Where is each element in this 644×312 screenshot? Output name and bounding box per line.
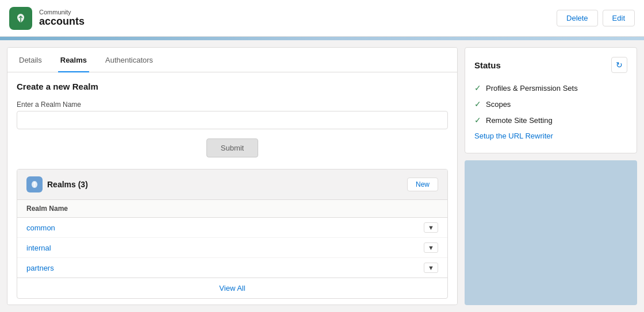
delete-button[interactable]: Delete — [557, 10, 598, 26]
status-item-label: Profiles & Persmission Sets — [486, 84, 578, 93]
realm-name-cell: partners — [17, 258, 296, 278]
realm-dropdown-cell: ▼ — [296, 258, 447, 278]
realm-name-input[interactable] — [17, 111, 448, 129]
refresh-icon: ↻ — [616, 60, 623, 70]
realms-card-header: Realms (3) New — [17, 170, 447, 200]
table-row: common ▼ — [17, 218, 447, 238]
realm-dropdown-button[interactable]: ▼ — [424, 242, 438, 253]
table-row: internal ▼ — [17, 238, 447, 258]
tab-details[interactable]: Details — [17, 48, 44, 72]
realm-dropdown-button[interactable]: ▼ — [424, 263, 438, 273]
realm-name-cell: common — [17, 218, 296, 238]
status-title: Status — [474, 60, 501, 70]
status-item: ✓ Scopes — [474, 96, 627, 112]
realm-name-label: Enter a Realm Name — [17, 101, 448, 109]
status-card-header: Status ↻ — [474, 57, 627, 73]
submit-row: Submit — [17, 138, 448, 157]
right-panel-bottom-area — [465, 160, 637, 305]
check-icon: ✓ — [474, 99, 481, 109]
realm-name-column-header: Realm Name — [17, 200, 296, 218]
right-panel: Status ↻ ✓ Profiles & Persmission Sets ✓… — [465, 47, 637, 305]
view-all-row: View All — [17, 278, 447, 298]
header-subtitle: Community — [39, 9, 85, 16]
header-title-group: Community accounts — [39, 9, 85, 28]
status-card: Status ↻ ✓ Profiles & Persmission Sets ✓… — [465, 47, 637, 153]
realms-table: Realm Name common ▼ internal ▼ — [17, 200, 447, 278]
header-title: accounts — [39, 16, 85, 28]
realms-card: Realms (3) New Realm Name common — [17, 169, 448, 299]
main-content: Details Realms Authenticators Create a n… — [0, 40, 644, 312]
realm-dropdown-button[interactable]: ▼ — [424, 222, 438, 233]
status-item: ✓ Remote Site Setting — [474, 112, 627, 128]
realm-link[interactable]: common — [26, 224, 55, 232]
status-item-label: Remote Site Setting — [486, 116, 553, 125]
realm-link[interactable]: internal — [26, 244, 51, 252]
app-header: Community accounts Delete Edit — [0, 0, 644, 37]
new-realm-button[interactable]: New — [407, 178, 438, 191]
status-items: ✓ Profiles & Persmission Sets ✓ Scopes ✓… — [474, 80, 627, 128]
tab-realms[interactable]: Realms — [58, 48, 89, 72]
realm-dropdown-cell: ▼ — [296, 218, 447, 238]
realms-card-title-group: Realms (3) — [26, 176, 88, 192]
realm-link[interactable]: partners — [26, 264, 54, 272]
realm-card-icon — [26, 176, 43, 192]
app-icon — [9, 7, 32, 30]
submit-button[interactable]: Submit — [206, 138, 258, 157]
realm-actions-column-header — [296, 200, 447, 218]
table-row: partners ▼ — [17, 258, 447, 278]
realm-dropdown-cell: ▼ — [296, 238, 447, 258]
create-realm-title: Create a new Realm — [17, 82, 448, 91]
panel-content: Create a new Realm Enter a Realm Name Su… — [7, 72, 457, 305]
refresh-button[interactable]: ↻ — [611, 57, 627, 73]
left-panel: Details Realms Authenticators Create a n… — [7, 47, 458, 305]
edit-button[interactable]: Edit — [603, 10, 635, 26]
check-icon: ✓ — [474, 83, 481, 93]
status-item: ✓ Profiles & Persmission Sets — [474, 80, 627, 96]
tab-authenticators[interactable]: Authenticators — [103, 48, 155, 72]
header-left: Community accounts — [9, 7, 85, 30]
header-actions: Delete Edit — [557, 10, 635, 26]
realm-name-cell: internal — [17, 238, 296, 258]
realms-card-title: Realms (3) — [47, 180, 88, 189]
realm-name-form-group: Enter a Realm Name — [17, 101, 448, 129]
view-all-link[interactable]: View All — [219, 284, 245, 292]
check-icon: ✓ — [474, 115, 481, 125]
status-item-label: Scopes — [486, 100, 511, 109]
tabs: Details Realms Authenticators — [7, 48, 457, 72]
setup-url-rewriter-link[interactable]: Setup the URL Rewriter — [474, 128, 627, 144]
